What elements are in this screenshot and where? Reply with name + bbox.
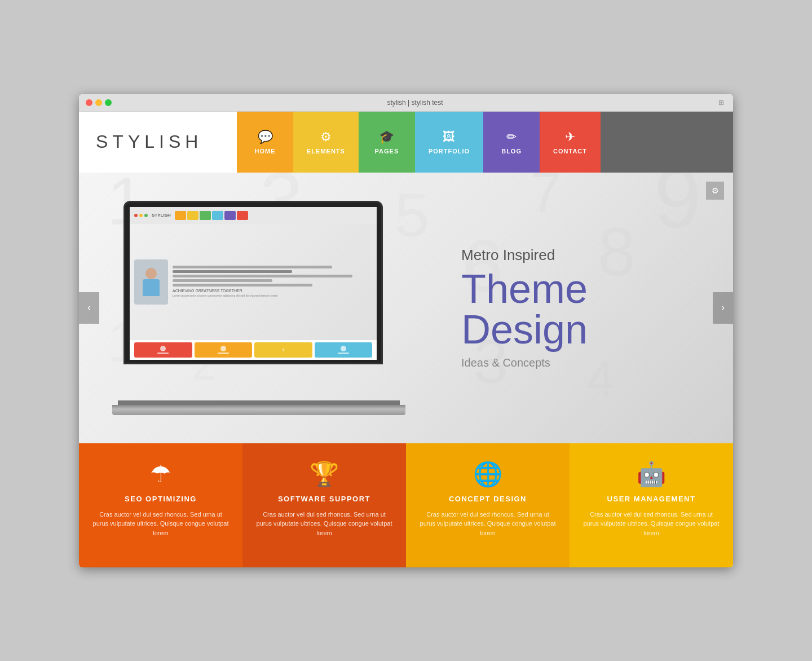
mini-text-block: ACHIEVING GREATNESS TOGETHER Lorem ipsum… [173,266,372,298]
features-section: ☂ SEO OPTIMIZING Cras auctor vel dui sed… [79,443,733,567]
umbrella-icon: ☂ [150,460,171,488]
feature-concept: 🌐 CONCEPT DESIGN Cras auctor vel dui sed… [406,443,570,567]
mini-tagline: ACHIEVING GREATNESS TOGETHER [173,289,372,293]
mini-bar-text-1 [157,352,169,354]
nav-label-pages: PAGES [375,148,399,155]
mini-bar-text-4 [338,352,349,354]
mini-nav-el [187,211,198,220]
mini-bar-3: + [254,342,312,358]
nav-item-elements[interactable]: ⚙ ELEMENTS [293,112,359,173]
mini-nav-blog [224,211,236,220]
dot-minimize[interactable] [95,99,102,106]
mini-bar-2 [195,342,253,358]
nav-label-blog: BLOG [501,148,522,155]
mini-bar-text-2 [218,352,229,354]
browser-dots [86,99,112,106]
hero-text-area: Metro Inspired Theme Design Ideas & Conc… [439,224,733,392]
chevron-left-icon: ‹ [87,302,91,314]
browser-title: stylish | stylish test [117,99,713,107]
pages-icon: 🎓 [379,130,394,144]
laptop-screen-inner: STYLISH [130,207,377,360]
feature-title-concept: CONCEPT DESIGN [449,495,527,503]
slider-prev-button[interactable]: ‹ [79,292,99,324]
mini-line-1 [173,266,332,268]
mini-body [143,279,160,296]
hero-subtitle: Metro Inspired [461,246,710,264]
dot-maximize[interactable] [105,99,112,106]
elements-icon: ⚙ [320,130,332,144]
logo-area: STYLISH [79,112,237,173]
feature-desc-seo: Cras auctor vel dui sed rhoncus. Sed urn… [92,510,229,538]
mini-nav-pages [200,211,211,220]
mini-dot-3 [144,214,148,217]
mini-desc: Lorem ipsum dolor sit amet consectetur a… [173,294,372,298]
mini-line-5 [173,284,312,287]
mini-nav-contact [237,211,248,220]
nav-area: 💬 HOME ⚙ ELEMENTS 🎓 PAGES 🖼 PORTFOLIO ✏ [237,112,733,173]
slider-settings-button[interactable]: ⚙ [706,182,724,200]
hero-laptop-area: STYLISH [79,178,439,438]
mini-logo: STYLISH [152,213,171,218]
home-icon: 💬 [258,130,273,144]
feature-desc-software: Cras auctor vel dui sed rhoncus. Sed urn… [256,510,392,538]
mini-nav-port [212,211,223,220]
mini-dot-1 [134,214,138,217]
gear-icon: ⚙ [712,186,719,195]
nav-item-pages[interactable]: 🎓 PAGES [359,112,415,173]
contact-icon: ✈ [565,130,575,144]
mini-bar-1 [134,342,192,358]
laptop-mini-hero: ACHIEVING GREATNESS TOGETHER Lorem ipsum… [130,224,377,340]
blog-icon: ✏ [506,130,517,144]
mini-dot-2 [139,214,143,217]
expand-icon[interactable]: ⊞ [718,99,726,107]
trophy-icon: 🏆 [310,460,339,488]
browser-chrome: stylish | stylish test ⊞ [79,94,733,112]
mini-bar-icon-1 [160,346,166,351]
feature-desc-user: Cras auctor vel dui sed rhoncus. Sed urn… [583,510,720,538]
mini-nav [175,211,248,220]
feature-desc-concept: Cras auctor vel dui sed rhoncus. Sed urn… [420,510,556,538]
hero-title: Theme Design [461,268,710,350]
laptop-base [112,405,405,415]
mini-line-4 [173,279,272,282]
laptop-container: STYLISH [112,201,405,415]
laptop-hinge [118,400,400,405]
dot-close[interactable] [86,99,92,106]
hero-section: 1 2 3 4 5 6 7 8 9 0 1 2 3 4 ‹ ⚙ [79,173,733,443]
nav-label-home: HOME [255,148,276,155]
website-content: STYLISH 💬 HOME ⚙ ELEMENTS 🎓 PAGES 🖼 PORT [79,112,733,567]
mini-bar-icon-4 [341,346,346,351]
browser-window: stylish | stylish test ⊞ STYLISH 💬 HOME … [79,94,733,567]
feature-title-software: SOFTWARE SUPPORT [278,495,370,503]
feature-user: 🤖 USER MANAGEMENT Cras auctor vel dui se… [570,443,733,567]
hero-tagline: Ideas & Concepts [461,356,710,369]
feature-software: 🏆 SOFTWARE SUPPORT Cras auctor vel dui s… [242,443,406,567]
mini-bar-icon-2 [220,346,226,351]
mini-line-3 [173,275,352,277]
nav-item-blog[interactable]: ✏ BLOG [483,112,540,173]
portfolio-icon: 🖼 [443,130,455,144]
slider-next-button[interactable]: › [713,292,733,324]
globe-icon: 🌐 [473,460,502,488]
nav-item-home[interactable]: 💬 HOME [237,112,293,173]
nav-label-contact: CONTACT [553,148,587,155]
nav-item-contact[interactable]: ✈ CONTACT [540,112,601,173]
feature-title-seo: SEO OPTIMIZING [125,495,197,503]
mini-nav-home [175,211,186,220]
chevron-right-icon: › [721,302,725,314]
logo-text: STYLISH [96,131,202,152]
mini-bar-4 [315,342,373,358]
laptop-screen-content: STYLISH [130,207,377,360]
laptop-mini-header: STYLISH [130,207,377,224]
feature-seo: ☂ SEO OPTIMIZING Cras auctor vel dui sed… [79,443,242,567]
feature-title-user: USER MANAGEMENT [607,495,696,503]
laptop-bottom-bars: + [130,340,377,360]
mini-person [134,259,168,305]
nav-label-portfolio: PORTFOLIO [429,148,470,155]
android-icon: 🤖 [637,460,666,488]
nav-item-portfolio[interactable]: 🖼 PORTFOLIO [415,112,483,173]
site-header: STYLISH 💬 HOME ⚙ ELEMENTS 🎓 PAGES 🖼 PORT [79,112,733,173]
mini-head [145,268,157,279]
nav-label-elements: ELEMENTS [307,148,345,155]
laptop-screen-outer: STYLISH [123,201,383,364]
